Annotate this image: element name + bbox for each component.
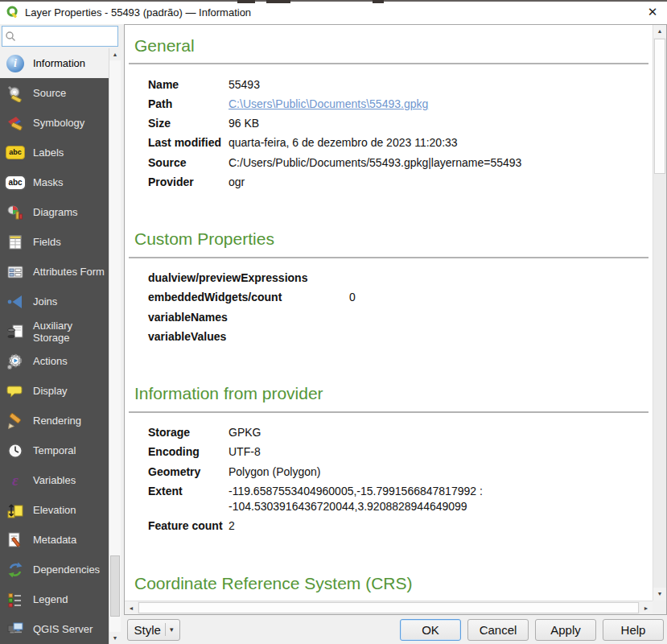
sidebar-item-legend[interactable]: Legend xyxy=(0,584,109,614)
property-row: variableValues xyxy=(148,327,653,346)
content-sections: GeneralName55493PathC:\Users\Public\Docu… xyxy=(125,25,653,601)
close-icon[interactable]: ✕ xyxy=(643,5,662,19)
sidebar-item-rendering[interactable]: Rendering xyxy=(0,406,109,436)
temporal-icon xyxy=(4,440,27,461)
property-row: PathC:\Users\Public\Documents\55493.gpkg xyxy=(148,94,653,114)
sidebar-item-label: Temporal xyxy=(33,444,76,456)
window-title: Layer Properties - 55493 (padrão) — Info… xyxy=(25,6,251,19)
sidebar-item-variables[interactable]: εVariables xyxy=(0,465,109,495)
apply-button[interactable]: Apply xyxy=(535,619,596,641)
sidebar-item-joins[interactable]: Joins xyxy=(0,287,109,316)
property-value: C:/Users/Public/Documents/55493.gpkg|lay… xyxy=(229,155,653,171)
sidebar-item-auxiliary-storage[interactable]: Auxiliary Storage xyxy=(0,316,109,346)
section-custom-properties: Custom Propertiesdualview/previewExpress… xyxy=(125,229,653,346)
sidebar-item-label: Actions xyxy=(33,355,68,367)
sidebar-item-label: Attributes Form xyxy=(33,266,105,278)
property-label: Name xyxy=(148,77,229,93)
property-label: Provider xyxy=(148,175,229,190)
sidebar-item-label: Labels xyxy=(33,147,64,159)
cancel-button[interactable]: Cancel xyxy=(467,619,529,641)
property-label: variableNames xyxy=(148,310,349,325)
property-row: SourceC:/Users/Public/Documents/55493.gp… xyxy=(148,153,653,172)
horizontal-scrollbar-thumb[interactable] xyxy=(138,602,639,613)
sidebar-list: iInformationSourceSymbologyabcLabelsabcM… xyxy=(0,48,109,644)
property-row: Providerogr xyxy=(148,172,653,192)
content-vertical-scrollbar[interactable]: ▲ ▼ xyxy=(653,25,666,601)
property-label: embeddedWidgets/count xyxy=(148,290,349,305)
search-icon xyxy=(5,31,16,42)
content-horizontal-scrollbar[interactable]: ◄ ► xyxy=(125,601,653,614)
rendering-icon xyxy=(4,411,27,431)
scroll-down-icon[interactable]: ▼ xyxy=(109,632,121,644)
sidebar-item-labels[interactable]: abcLabels xyxy=(0,138,109,167)
property-row: embeddedWidgets/count0 xyxy=(148,288,653,308)
property-label: Source xyxy=(148,155,229,171)
property-value: ogr xyxy=(229,175,653,190)
path-link[interactable]: C:\Users\Public\Documents\55493.gpkg xyxy=(229,97,653,112)
fields-icon xyxy=(4,232,27,253)
metadata-icon xyxy=(4,530,27,551)
sidebar-item-symbology[interactable]: Symbology xyxy=(0,108,109,138)
sidebar-item-display[interactable]: Display xyxy=(0,376,109,406)
sidebar-item-fields[interactable]: Fields xyxy=(0,227,109,257)
property-label: dualview/previewExpressions xyxy=(148,270,349,286)
masks-icon: abc xyxy=(4,172,27,193)
scroll-down-icon[interactable]: ▼ xyxy=(653,588,666,601)
information-icon: i xyxy=(4,53,27,74)
actions-icon xyxy=(4,351,27,372)
scroll-right-icon[interactable]: ► xyxy=(640,601,653,615)
sidebar-item-source[interactable]: Source xyxy=(0,78,109,108)
sidebar-item-attributes-form[interactable]: Attributes Form xyxy=(0,257,109,287)
sidebar-item-information[interactable]: iInformation xyxy=(0,48,109,78)
property-value: UTF-8 xyxy=(229,444,653,460)
sidebar-item-label: Auxiliary Storage xyxy=(33,320,109,344)
property-label: Feature count xyxy=(148,518,229,534)
sidebar-search-input[interactable] xyxy=(2,26,118,47)
legend-icon xyxy=(4,589,27,610)
property-label: Last modified xyxy=(148,135,229,151)
property-label: Geometry xyxy=(148,464,229,480)
sidebar-item-label: Metadata xyxy=(33,534,76,546)
sidebar-item-temporal[interactable]: Temporal xyxy=(0,436,109,465)
sidebar-scrollbar-thumb[interactable] xyxy=(110,555,120,617)
ok-button[interactable]: OK xyxy=(400,619,461,641)
style-button[interactable]: Style ▾ xyxy=(127,619,180,641)
sidebar-item-qgis-server[interactable]: QGIS Server xyxy=(0,614,109,644)
sidebar-item-metadata[interactable]: Metadata xyxy=(0,525,109,555)
property-row: StorageGPKG xyxy=(148,423,653,443)
vertical-scrollbar-thumb[interactable] xyxy=(654,39,665,174)
property-value: quarta-feira, 6 de dezembro de 2023 11:2… xyxy=(229,135,653,151)
property-row: Size96 KB xyxy=(148,114,653,134)
style-button-label: Style xyxy=(134,623,161,637)
property-row: Name55493 xyxy=(148,75,653,94)
sidebar: iInformationSourceSymbologyabcLabelsabcM… xyxy=(0,48,121,644)
sidebar-item-label: Joins xyxy=(33,295,57,308)
section-title: Custom Properties xyxy=(134,229,653,250)
sidebar-item-label: Variables xyxy=(33,474,76,486)
chevron-down-icon: ▾ xyxy=(170,625,174,634)
sidebar-scrollbar[interactable]: ▲ ▼ xyxy=(109,48,121,644)
scroll-left-icon[interactable]: ◄ xyxy=(125,601,138,615)
scroll-up-icon[interactable]: ▲ xyxy=(109,48,121,60)
layer-properties-dialog: Layer Properties - 55493 (padrão) — Info… xyxy=(0,0,667,644)
sidebar-item-actions[interactable]: Actions xyxy=(0,346,109,376)
property-value: 2 xyxy=(229,518,653,534)
diagrams-icon xyxy=(4,202,27,223)
sidebar-item-diagrams[interactable]: Diagrams xyxy=(0,197,109,227)
sidebar-item-label: Information xyxy=(33,57,85,69)
search-bar xyxy=(0,24,121,48)
sidebar-item-label: Dependencies xyxy=(33,564,100,576)
joins-icon xyxy=(4,291,27,312)
help-button[interactable]: Help xyxy=(603,619,664,641)
sidebar-item-dependencies[interactable]: Dependencies xyxy=(0,555,109,584)
title-bar: Layer Properties - 55493 (padrão) — Info… xyxy=(0,0,667,24)
sidebar-item-elevation[interactable]: Elevation xyxy=(0,495,109,525)
scroll-up-icon[interactable]: ▲ xyxy=(653,25,666,38)
property-row: dualview/previewExpressions xyxy=(148,269,653,288)
sidebar-item-masks[interactable]: abcMasks xyxy=(0,167,109,197)
information-panel: GeneralName55493PathC:\Users\Public\Docu… xyxy=(124,24,667,615)
auxiliary-storage-icon xyxy=(4,321,27,342)
property-value xyxy=(349,329,653,345)
source-icon xyxy=(4,83,27,104)
button-divider xyxy=(165,623,166,636)
